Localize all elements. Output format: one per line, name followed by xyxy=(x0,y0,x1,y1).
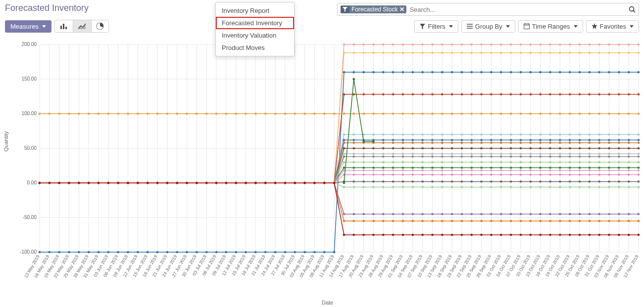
svg-point-333 xyxy=(608,71,610,74)
svg-point-419 xyxy=(235,113,237,115)
svg-point-748 xyxy=(421,153,424,155)
svg-point-505 xyxy=(470,133,473,136)
svg-point-876 xyxy=(461,161,463,164)
svg-point-1240 xyxy=(382,213,385,216)
svg-point-499 xyxy=(411,133,414,136)
svg-point-826 xyxy=(579,156,581,158)
search-icon[interactable] xyxy=(629,6,636,13)
pie-chart-button[interactable] xyxy=(92,20,108,32)
svg-point-198 xyxy=(500,44,502,46)
svg-point-828 xyxy=(598,156,600,158)
time-ranges-button[interactable]: Time Ranges xyxy=(518,20,583,33)
svg-point-626 xyxy=(441,142,444,144)
svg-point-562 xyxy=(421,139,424,141)
svg-point-272 xyxy=(618,52,620,54)
svg-point-1006 xyxy=(520,170,522,172)
svg-rect-4 xyxy=(65,27,67,29)
search-input[interactable] xyxy=(409,6,626,13)
svg-point-563 xyxy=(431,139,434,141)
svg-point-412 xyxy=(166,113,169,115)
svg-point-1116 xyxy=(382,180,385,183)
svg-point-330 xyxy=(579,71,581,74)
svg-point-299 xyxy=(274,251,277,254)
menu-item-inventory-report[interactable]: Inventory Report xyxy=(216,4,294,17)
svg-point-629 xyxy=(470,142,473,144)
svg-point-616 xyxy=(343,142,346,144)
svg-point-201 xyxy=(530,44,532,46)
svg-point-555 xyxy=(352,139,355,141)
svg-point-1176 xyxy=(362,186,365,188)
measures-button[interactable]: Measures xyxy=(5,20,51,33)
svg-point-890 xyxy=(598,161,600,164)
svg-point-819 xyxy=(510,156,512,158)
svg-point-765 xyxy=(589,153,591,155)
svg-point-1254 xyxy=(520,213,522,216)
svg-point-770 xyxy=(638,153,640,155)
svg-point-1386 xyxy=(598,234,600,236)
svg-point-830 xyxy=(618,156,620,158)
svg-point-1124 xyxy=(461,180,463,183)
svg-point-1184 xyxy=(441,186,444,188)
filters-button[interactable]: Filters xyxy=(414,20,458,33)
svg-point-571 xyxy=(510,139,512,141)
svg-point-578 xyxy=(579,139,581,141)
svg-point-277 xyxy=(58,251,60,254)
svg-point-371 xyxy=(372,93,375,96)
svg-point-1011 xyxy=(569,170,571,172)
svg-point-706 xyxy=(618,147,620,150)
svg-point-1314 xyxy=(500,220,502,222)
svg-point-700 xyxy=(559,147,561,150)
svg-point-867 xyxy=(372,161,375,164)
svg-point-802 xyxy=(343,156,346,158)
svg-point-816 xyxy=(480,156,483,158)
svg-point-1069 xyxy=(530,174,532,176)
svg-line-1 xyxy=(634,11,636,13)
svg-point-1304 xyxy=(402,220,404,222)
svg-point-495 xyxy=(372,133,375,136)
filters-label: Filters xyxy=(428,23,445,30)
svg-point-210 xyxy=(618,44,620,46)
svg-point-432 xyxy=(362,113,365,115)
favorites-label: Favorites xyxy=(600,23,626,30)
svg-point-690 xyxy=(461,147,463,150)
menu-item-forecasted-inventory[interactable]: Forecasted Inventory xyxy=(216,17,294,29)
menu-item-product-moves[interactable]: Product Moves xyxy=(216,42,294,54)
svg-point-805 xyxy=(372,156,375,158)
svg-point-325 xyxy=(530,71,532,74)
search-bar[interactable]: Forecasted Stock ✕ xyxy=(337,3,639,16)
line-chart-button[interactable] xyxy=(73,20,92,32)
svg-point-323 xyxy=(510,71,512,74)
svg-point-378 xyxy=(441,93,444,96)
svg-point-1334 xyxy=(88,182,90,184)
svg-point-259 xyxy=(490,52,493,54)
favorites-button[interactable]: Favorites xyxy=(586,20,639,33)
svg-point-1135 xyxy=(569,180,571,183)
svg-point-244 xyxy=(343,52,346,54)
svg-point-940 xyxy=(480,167,483,169)
svg-point-1327 xyxy=(628,220,630,222)
svg-point-939 xyxy=(470,167,473,169)
svg-point-294 xyxy=(225,251,228,254)
bar-chart-button[interactable] xyxy=(55,20,73,32)
svg-point-1079 xyxy=(628,174,630,176)
svg-point-1177 xyxy=(372,186,375,188)
svg-point-684 xyxy=(402,147,404,150)
svg-point-1362 xyxy=(362,234,365,236)
svg-point-369 xyxy=(352,93,355,96)
svg-point-1363 xyxy=(372,234,375,236)
svg-point-1365 xyxy=(392,234,395,236)
svg-point-757 xyxy=(510,153,512,155)
svg-point-422 xyxy=(264,113,267,115)
menu-item-inventory-valuation[interactable]: Inventory Valuation xyxy=(216,29,294,42)
svg-point-313 xyxy=(411,71,414,74)
svg-point-1053 xyxy=(372,174,375,176)
svg-point-451 xyxy=(549,113,551,115)
svg-point-393 xyxy=(589,93,591,96)
svg-point-705 xyxy=(608,147,610,150)
close-icon[interactable]: ✕ xyxy=(399,6,404,13)
svg-point-932 xyxy=(402,167,404,169)
svg-point-995 xyxy=(411,170,414,172)
filter-chip-forecasted-stock[interactable]: Forecasted Stock ✕ xyxy=(341,5,406,13)
svg-point-428 xyxy=(323,113,326,115)
group-by-button[interactable]: Group By xyxy=(461,20,515,33)
